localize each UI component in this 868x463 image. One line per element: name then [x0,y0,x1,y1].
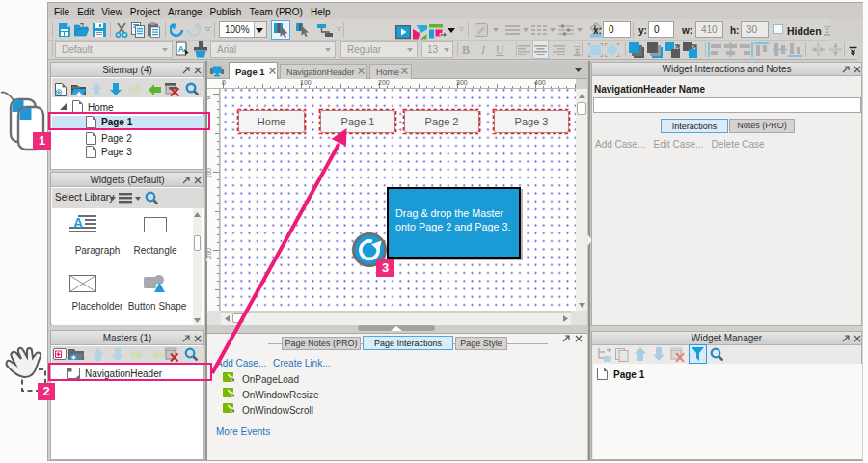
svg-text:A: A [178,44,185,54]
svg-text:A: A [73,215,83,231]
